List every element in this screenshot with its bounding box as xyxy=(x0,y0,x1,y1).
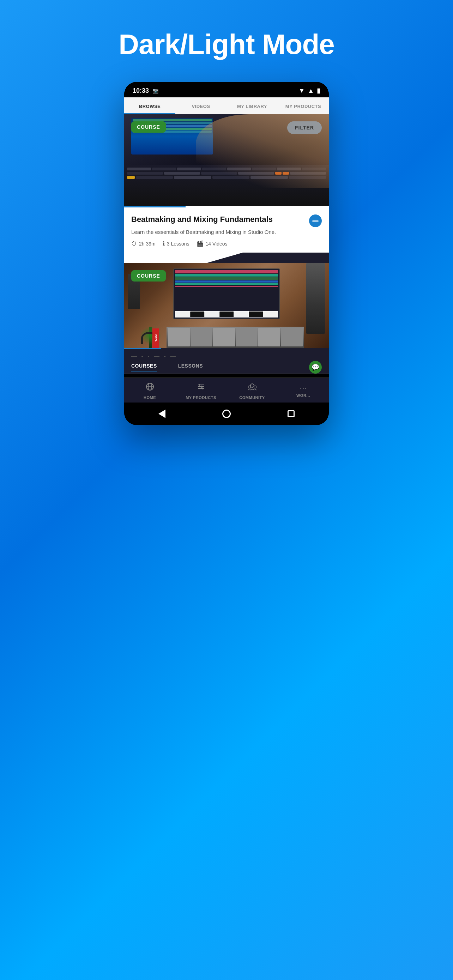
tab-browse[interactable]: BROWSE xyxy=(124,97,175,114)
course-card-2: PIZZA COURSE — - - — - — COURS xyxy=(124,263,329,374)
svg-point-9 xyxy=(251,384,254,387)
home-label: HOME xyxy=(144,395,156,400)
video-icon: 🎬 xyxy=(197,240,203,247)
workshops-icon: … xyxy=(300,382,307,391)
speaker-right xyxy=(306,263,325,334)
course-title-1: Beatmaking and Mixing Fundamentals xyxy=(131,215,322,225)
battery-icon: ▮ xyxy=(317,87,320,95)
course-badge-2: COURSE xyxy=(131,270,166,282)
info-icon: ℹ xyxy=(163,240,165,247)
course-card-1: COURSE FILTER Beatmaking and Mixing Fund… xyxy=(124,114,329,253)
phone-frame: 10:33 📷 ▼ ▲ ▮ BROWSE VIDEOS MY LIBRARY M… xyxy=(124,82,329,425)
diagonal-divider xyxy=(124,253,329,263)
my-products-label: MY PRODUCTS xyxy=(186,395,216,400)
course-image-1: COURSE FILTER xyxy=(124,114,329,206)
lessons-value: 3 Lessons xyxy=(167,241,189,247)
camera-icon: 📷 xyxy=(153,88,158,94)
time-display: 10:33 xyxy=(133,87,149,95)
placeholder-text-1: — - - — - — xyxy=(131,353,322,360)
mixer-faders xyxy=(167,327,304,348)
back-triangle-icon xyxy=(158,410,165,418)
recent-square-icon xyxy=(288,410,295,417)
videos-value: 14 Videos xyxy=(206,241,227,247)
course-meta-1: ⏱ 2h 39m ℹ 3 Lessons 🎬 14 Videos xyxy=(131,240,322,247)
course-badge-1: COURSE xyxy=(131,121,166,133)
android-nav-bar xyxy=(124,402,329,425)
home-button[interactable] xyxy=(222,409,231,419)
page-title: Dark/Light Mode xyxy=(119,28,334,60)
wifi-icon: ▼ xyxy=(299,87,305,95)
tab-my-library[interactable]: MY LIBRARY xyxy=(227,97,278,114)
recent-button[interactable] xyxy=(286,409,296,419)
svg-point-10 xyxy=(248,386,251,388)
nav-tabs: BROWSE VIDEOS MY LIBRARY MY PRODUCTS xyxy=(124,97,329,114)
workshops-label: WOR... xyxy=(296,393,310,398)
minus-button-1[interactable] xyxy=(309,215,322,227)
lessons-item: ℹ 3 Lessons xyxy=(163,240,189,247)
course-info-1: Beatmaking and Mixing Fundamentals Learn… xyxy=(124,207,329,253)
nav-workshops[interactable]: … WOR... xyxy=(278,382,329,400)
clock-icon: ⏱ xyxy=(131,240,137,247)
community-icon xyxy=(248,382,257,393)
sub-tabs: COURSES LESSONS 💬 xyxy=(124,361,329,374)
tab-my-products[interactable]: MY PRODUCTS xyxy=(278,97,329,114)
duration-item: ⏱ 2h 39m xyxy=(131,240,156,247)
svg-point-11 xyxy=(254,386,256,388)
monitor xyxy=(173,269,280,319)
nav-my-products[interactable]: MY PRODUCTS xyxy=(175,382,227,400)
home-circle-icon xyxy=(222,410,231,418)
chat-bubble-button[interactable]: 💬 xyxy=(309,361,322,374)
course-desc-1: Learn the essentials of Beatmaking and M… xyxy=(131,228,322,236)
nav-community[interactable]: COMMUNITY xyxy=(227,382,278,400)
course-image-2: PIZZA COURSE xyxy=(124,263,329,348)
back-button[interactable] xyxy=(157,409,167,419)
pizza-box: PIZZA xyxy=(153,328,159,348)
filter-button[interactable]: FILTER xyxy=(287,121,322,134)
nav-home[interactable]: HOME xyxy=(124,382,175,400)
sub-tab-lessons[interactable]: LESSONS xyxy=(178,363,203,371)
bottom-nav: HOME MY PRODUCTS xyxy=(124,377,329,402)
tab-videos[interactable]: VIDEOS xyxy=(175,97,227,114)
chat-icon: 💬 xyxy=(312,363,319,371)
duration-value: 2h 39m xyxy=(139,241,156,247)
home-icon xyxy=(145,382,154,393)
community-label: COMMUNITY xyxy=(239,395,265,400)
sub-tab-courses[interactable]: COURSES xyxy=(131,363,157,371)
status-bar: 10:33 📷 ▼ ▲ ▮ xyxy=(124,82,329,97)
signal-icon: ▲ xyxy=(308,87,314,95)
my-products-icon xyxy=(197,382,206,393)
videos-item: 🎬 14 Videos xyxy=(197,240,227,247)
